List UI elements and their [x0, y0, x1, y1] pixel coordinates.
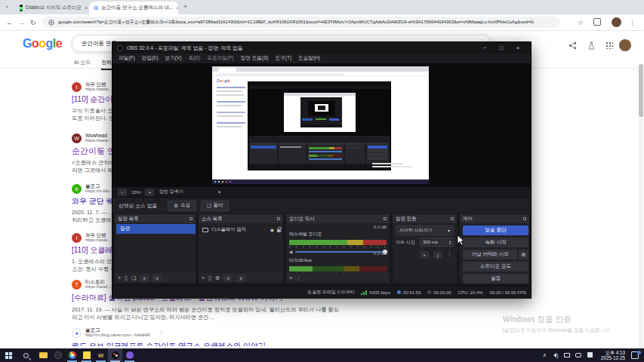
dock-popout-icon[interactable] [384, 217, 387, 220]
google-avatar[interactable] [619, 39, 631, 51]
wow-icon[interactable]: W [94, 348, 108, 362]
mixer-settings-icon[interactable]: ≡ [289, 275, 292, 281]
result-link[interactable]: 월드 오브 워크래프트 순간이동 연구소 오클레스와 이야기 [72, 341, 396, 346]
chevron-down-icon[interactable]: ▾ [218, 189, 220, 195]
share-icon[interactable] [569, 41, 577, 50]
browser-avatar[interactable] [612, 17, 621, 27]
source-list-item[interactable]: 디스플레이 캡처 ◉ [200, 225, 283, 235]
menu-edit[interactable]: 편집(E) [142, 55, 159, 62]
spin-down-icon[interactable]: ▾ [449, 242, 451, 245]
discord-icon[interactable] [122, 348, 137, 362]
notification-center-icon[interactable] [631, 351, 641, 360]
menu-help[interactable]: 도움말(H) [298, 55, 320, 62]
bookmark-star-icon[interactable]: ☆ [578, 14, 584, 31]
reload-icon[interactable]: ↻ [30, 14, 36, 31]
stop-streaming-button[interactable]: 방송 중단 [463, 225, 528, 235]
remove-source-icon[interactable]: ▯ [208, 275, 211, 281]
duration-label: 지속 시간 [396, 239, 415, 246]
add-transition-icon[interactable]: + [420, 251, 429, 259]
tab-ai-mode[interactable]: AI 모드 [74, 59, 91, 66]
page-scrollbar[interactable] [639, 64, 643, 362]
result-kebab-icon[interactable]: ⋮ [159, 330, 164, 336]
close-tab-icon[interactable]: × [85, 5, 88, 11]
labs-flask-icon[interactable] [587, 41, 596, 50]
chzzk-favicon [20, 5, 23, 11]
browser-tab-2[interactable]: G 순간이동 연구소 오클레스와 대... × [89, 2, 178, 14]
cpu-usage: CPU: 20.4% [458, 290, 483, 295]
file-explorer-icon[interactable] [36, 348, 51, 362]
menu-profile[interactable]: 프로파일(P) [207, 55, 233, 62]
ime-tray-icon[interactable] [585, 352, 595, 358]
site-favicon: I [72, 233, 82, 243]
chrome-taskbar-icon[interactable] [65, 348, 79, 362]
menu-tools[interactable]: 도구(T) [276, 55, 292, 62]
url-bar[interactable]: google.com/search?q=순간이동+연구소+오클레스와+대화&sc… [42, 17, 560, 28]
scene-up-icon[interactable]: ∧ [140, 275, 149, 282]
taskbar-clock[interactable]: 오후 4:13 2025-12-25 [601, 350, 625, 361]
dock-popout-icon[interactable] [277, 217, 280, 220]
lock-icon[interactable] [277, 229, 281, 232]
display-capture-icon [202, 228, 208, 232]
browser-tab-1[interactable]: Diablo의 치지직 스튜디오 × [15, 2, 88, 14]
menu-file[interactable]: 파일(F) [119, 55, 135, 62]
zoom-out-icon[interactable]: − [118, 189, 127, 196]
settings-button[interactable]: 설정 [463, 274, 528, 284]
scene-down-icon[interactable]: ∨ [153, 275, 162, 282]
maximize-icon[interactable]: □ [493, 44, 510, 51]
source-up-icon[interactable]: ∧ [223, 275, 233, 282]
add-source-icon[interactable]: + [202, 275, 205, 281]
extension-icon[interactable] [593, 18, 601, 26]
forward-icon[interactable]: → [18, 14, 25, 31]
menu-view[interactable]: 보기(V) [165, 55, 182, 62]
dock-popout-icon[interactable] [451, 217, 454, 220]
stream-time: 00:51:59 [403, 290, 421, 295]
apps-grid-icon[interactable] [605, 41, 613, 49]
tab-search-chevron-icon[interactable]: ⌄ [5, 2, 10, 9]
google-logo[interactable]: Google [23, 37, 62, 51]
obs-titlebar[interactable]: OBS 32.0.4 - 프로파일: 제목 없음 - 장면: 제목 없음 − □… [112, 42, 531, 54]
back-icon[interactable]: ← [6, 14, 13, 31]
minimize-icon[interactable]: − [476, 44, 493, 51]
start-virtual-camera-button[interactable]: 가상 카메라 시작 [463, 250, 517, 259]
studio-mode-button[interactable]: 스튜디오 모드 [463, 262, 528, 272]
mixer-kebab-icon[interactable]: ⋮ [296, 275, 301, 281]
source-properties-icon[interactable]: ⚙ [215, 275, 220, 281]
obs-taskbar-icon[interactable] [108, 348, 122, 362]
add-scene-icon[interactable]: + [118, 275, 121, 281]
network-tray-icon[interactable] [562, 353, 572, 358]
filters-button[interactable]: ❏필터 [201, 201, 230, 211]
scene-filters-icon[interactable]: ❏ [131, 275, 136, 281]
start-button[interactable] [2, 348, 16, 362]
zoom-in-icon[interactable]: + [145, 189, 154, 196]
fit-scene-dropdown[interactable]: 장면 맞추기 [159, 189, 183, 195]
dock-popout-icon[interactable] [523, 217, 526, 220]
transition-kebab-icon[interactable]: ⋮ [447, 251, 452, 259]
sticky-notes-icon[interactable] [79, 348, 94, 362]
chat-tray-icon[interactable] [574, 353, 584, 358]
menu-docks[interactable]: 독(D) [189, 55, 201, 62]
virtual-camera-config-button[interactable]: ⚙ [519, 250, 528, 259]
close-tab-icon[interactable]: × [177, 5, 178, 11]
tray-chevron-up-icon[interactable]: ∧ [540, 352, 550, 358]
close-icon[interactable]: × [510, 44, 526, 51]
start-recording-button[interactable]: 녹화 시작 [463, 238, 528, 247]
browser-menu-kebab-icon[interactable]: ⋮ [629, 14, 636, 31]
volume-tray-icon[interactable]: ) [551, 353, 561, 358]
battlenet-icon[interactable] [51, 348, 65, 362]
preview-canvas[interactable]: Google [212, 66, 429, 184]
taskbar-search-icon[interactable] [19, 348, 33, 362]
remove-transition-icon[interactable]: ▯ [433, 251, 442, 259]
dropped-frames: 손실된 프레임 0 (0.0%) [307, 289, 354, 296]
scrollbar-thumb[interactable] [639, 64, 643, 117]
properties-button[interactable]: ⚙속성 [168, 201, 196, 211]
source-down-icon[interactable]: ∨ [236, 275, 245, 282]
duration-spinbox[interactable]: 300 ms ▴▾ [420, 238, 454, 247]
dock-popout-icon[interactable] [190, 217, 193, 220]
eye-icon[interactable]: ◉ [270, 227, 274, 232]
new-tab-button[interactable]: + [183, 3, 187, 11]
menu-scene-collection[interactable]: 장면 모음(S) [241, 55, 269, 62]
scene-list-item[interactable]: 장면 [116, 224, 196, 234]
tab-title: 순간이동 연구소 오클레스와 대... [101, 5, 173, 11]
remove-scene-icon[interactable]: ▯ [125, 275, 128, 281]
transition-select[interactable]: 서서히 사라지기 ▾ [396, 225, 454, 235]
